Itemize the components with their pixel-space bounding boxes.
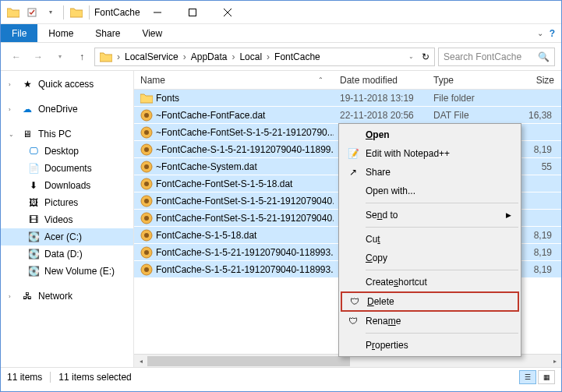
chevron-right-icon[interactable]: › — [9, 106, 16, 113]
sidebar-item-data-d[interactable]: 💽Data (D:) — [1, 245, 133, 263]
icons-view-button[interactable]: ▦ — [538, 370, 555, 384]
breadcrumb[interactable]: › LocalService › AppData › Local › FontC… — [94, 48, 435, 66]
menu-send-to[interactable]: Send to▶ — [341, 206, 519, 224]
search-placeholder: Search FontCache — [444, 51, 521, 62]
forward-button[interactable]: → — [29, 48, 48, 66]
svg-point-18 — [144, 216, 149, 221]
status-bar: 11 items 11 items selected ☰ ▦ — [1, 367, 561, 386]
sidebar-item-quick-access[interactable]: ›★Quick access — [1, 76, 133, 93]
dat-file-icon — [140, 229, 153, 242]
column-size[interactable]: Size — [499, 71, 561, 89]
status-item-count: 11 items — [7, 372, 42, 383]
chevron-right-icon[interactable]: › — [265, 51, 271, 62]
menu-properties[interactable]: Properties — [341, 336, 519, 355]
svg-point-12 — [144, 164, 149, 169]
menu-edit-notepadpp[interactable]: 📝Edit with Notepad++ — [341, 144, 519, 163]
file-type: DAT File — [427, 110, 499, 121]
sort-asc-icon: ⌃ — [318, 76, 327, 83]
file-type: File folder — [427, 93, 499, 104]
svg-point-16 — [144, 199, 149, 203]
shield-icon: 🛡 — [348, 296, 361, 307]
crumb-appdata[interactable]: AppData — [188, 48, 231, 65]
sidebar-item-downloads[interactable]: ⬇Downloads — [1, 177, 133, 194]
details-view-button[interactable]: ☰ — [519, 370, 536, 384]
svg-point-22 — [144, 250, 149, 255]
sidebar-item-desktop[interactable]: 🖵Desktop — [1, 143, 133, 160]
share-icon: ↗ — [347, 167, 359, 178]
chevron-right-icon[interactable]: › — [9, 81, 16, 88]
sidebar-item-documents[interactable]: 📄Documents — [1, 160, 133, 177]
dat-file-icon — [140, 246, 153, 259]
menu-rename[interactable]: 🛡Rename — [341, 312, 519, 330]
file-name: FontCache-S-1-5-21-1912079040-118993... — [156, 247, 334, 258]
minimize-button[interactable] — [140, 1, 175, 23]
tab-home[interactable]: Home — [37, 24, 84, 42]
chevron-right-icon[interactable]: › — [9, 293, 16, 300]
column-date[interactable]: Date modified — [334, 71, 427, 89]
chevron-right-icon[interactable]: › — [115, 51, 122, 62]
tab-file[interactable]: File — [1, 24, 37, 42]
column-type[interactable]: Type — [427, 71, 499, 89]
search-input[interactable]: Search FontCache 🔍 — [438, 48, 555, 66]
sidebar-item-videos[interactable]: 🎞Videos — [1, 211, 133, 228]
maximize-button[interactable] — [175, 1, 210, 23]
menu-share[interactable]: ↗Share — [341, 163, 519, 182]
sidebar-item-acer-c[interactable]: 💽Acer (C:) — [1, 228, 133, 245]
file-name: FontCache-FontSet-S-1-5-21-1912079040... — [156, 196, 334, 207]
sidebar-item-onedrive[interactable]: ›☁OneDrive — [1, 101, 133, 118]
dat-file-icon — [140, 126, 153, 139]
network-icon: 🖧 — [21, 291, 34, 302]
file-name: ~FontCache-S-1-5-21-1912079040-11899... — [156, 144, 334, 155]
menu-open-with[interactable]: Open with... — [341, 182, 519, 200]
recent-dropdown-icon[interactable]: ▾ — [51, 48, 69, 66]
refresh-icon[interactable]: ↻ — [419, 51, 433, 62]
sidebar-item-this-pc[interactable]: ⌄🖥This PC — [1, 125, 133, 143]
context-menu: Open 📝Edit with Notepad++ ↗Share Open wi… — [338, 123, 521, 357]
column-name[interactable]: Name⌃ — [134, 71, 334, 89]
tab-share[interactable]: Share — [84, 24, 131, 42]
help-icon[interactable]: ? — [550, 28, 555, 39]
scroll-left-button[interactable]: ◂ — [134, 355, 147, 368]
window-title: FontCache — [94, 7, 140, 18]
chevron-right-icon[interactable]: › — [182, 51, 188, 62]
address-dropdown-icon[interactable]: ⌄ — [405, 53, 417, 60]
svg-point-8 — [144, 130, 149, 135]
dat-file-icon — [140, 212, 153, 224]
close-button[interactable] — [210, 1, 246, 23]
table-row[interactable]: Fonts19-11-2018 13:19File folder — [134, 90, 561, 107]
address-bar: ← → ▾ ↑ › LocalService › AppData › Local… — [1, 43, 561, 71]
tab-view[interactable]: View — [131, 24, 173, 42]
notepadpp-icon: 📝 — [347, 148, 359, 159]
qat-dropdown-icon[interactable]: ▾ — [43, 4, 58, 21]
menu-create-shortcut[interactable]: Create shortcut — [341, 273, 519, 291]
navigation-pane: ›★Quick access ›☁OneDrive ⌄🖥This PC 🖵Des… — [1, 71, 133, 367]
file-name: FontCache-FontSet-S-1-5-18.dat — [156, 178, 292, 189]
menu-cut[interactable]: Cut — [341, 230, 519, 249]
svg-point-6 — [144, 113, 149, 118]
file-name: Fonts — [156, 93, 179, 104]
ribbon: File Home Share View ⌄ ? — [1, 24, 561, 43]
crumb-localservice[interactable]: LocalService — [122, 48, 182, 65]
back-button[interactable]: ← — [7, 48, 26, 66]
sidebar-item-network[interactable]: ›🖧Network — [1, 288, 133, 305]
computer-icon: 🖥 — [21, 129, 34, 139]
scroll-thumb[interactable] — [147, 356, 350, 366]
ribbon-expand-icon[interactable]: ⌄ — [537, 29, 543, 37]
svg-point-20 — [144, 233, 149, 238]
chevron-down-icon[interactable]: ⌄ — [9, 131, 16, 138]
menu-open[interactable]: Open — [341, 125, 519, 144]
sidebar-item-new-volume-e[interactable]: 💽New Volume (E:) — [1, 263, 133, 280]
chevron-right-icon[interactable]: › — [230, 51, 236, 62]
menu-delete[interactable]: 🛡Delete — [341, 291, 519, 312]
search-icon: 🔍 — [538, 51, 550, 62]
drive-icon: 💽 — [27, 231, 40, 242]
menu-copy[interactable]: Copy — [341, 249, 519, 267]
scroll-right-button[interactable]: ▸ — [548, 355, 561, 368]
properties-icon[interactable] — [24, 4, 40, 21]
table-row[interactable]: ~FontCache-FontFace.dat22-11-2018 20:56D… — [134, 107, 561, 124]
crumb-fontcache[interactable]: FontCache — [271, 48, 323, 65]
up-button[interactable]: ↑ — [72, 48, 91, 66]
file-name: FontCache-S-1-5-21-1912079040-118993... — [156, 264, 334, 275]
sidebar-item-pictures[interactable]: 🖼Pictures — [1, 194, 133, 211]
crumb-local[interactable]: Local — [236, 48, 265, 65]
